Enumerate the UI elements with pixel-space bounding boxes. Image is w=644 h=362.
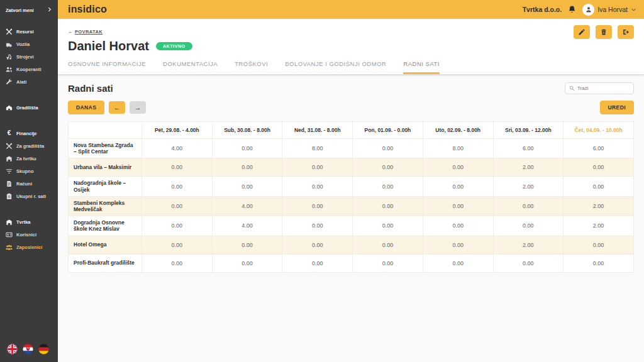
hours-cell: 0.00: [423, 177, 493, 196]
tab-dokumentacija[interactable]: DOKUMENTACIJA: [163, 60, 218, 74]
sidebar-item-resursi[interactable]: Resursi: [6, 25, 55, 38]
notifications-bell-icon[interactable]: [567, 5, 577, 14]
column-header-day: Sub, 30.08. - 8.00h: [212, 122, 282, 139]
sidebar-item-vozila[interactable]: Vozila: [6, 38, 55, 50]
header-actions: [574, 25, 634, 39]
hours-cell: 0.00: [282, 236, 353, 254]
sidebar-item-label: Kooperanti: [16, 67, 42, 72]
hours-cell: 0.00: [353, 236, 423, 254]
hours-cell: 8.00: [423, 139, 493, 158]
invoice-icon: [6, 180, 13, 187]
flag-uk-icon[interactable]: [7, 344, 18, 354]
tab-radni-sati[interactable]: RADNI SATI: [403, 60, 440, 74]
table-row-stambeni-kompleks-medve-ak: Stambeni Kompleks Medveščak0.004.000.000…: [69, 196, 634, 216]
tools-icon: [6, 143, 13, 150]
hours-cell: 0.00: [423, 216, 493, 236]
sidebar-item-label: Tvrtka: [16, 219, 31, 225]
back-arrow-icon: ←: [68, 29, 73, 35]
wrench-icon: [6, 79, 13, 85]
sidebar-item-ra-uni[interactable]: Računi: [6, 177, 55, 190]
sidebar-toggle[interactable]: Zatvori meni: [0, 0, 58, 19]
hours-cell: 0.00: [212, 236, 282, 254]
back-link-label: POVRATAK: [75, 29, 103, 35]
sidebar-item-label: Strojevi: [16, 54, 34, 60]
sidebar-item-ukupni-r-sati[interactable]: Ukupni r. sati: [6, 190, 55, 202]
sidebar-item-skupno[interactable]: Skupno: [6, 165, 55, 177]
site-name-cell: Profi-Baukraft gradilište: [69, 254, 142, 272]
hours-cell: 4.00: [142, 139, 213, 158]
hours-cell: 0.00: [423, 196, 493, 216]
language-switcher: [7, 344, 49, 354]
table-row-nadogradnja-kole-osijek: Nadogradnja škole – Osijek0.000.000.000.…: [69, 177, 634, 196]
flag-germany-icon[interactable]: [38, 344, 49, 354]
column-header-day: Pet, 29.08. - 4.00h: [142, 122, 213, 139]
edit-button[interactable]: [574, 25, 590, 39]
hours-cell: 0.00: [353, 177, 423, 196]
sidebar-item-alati[interactable]: Alati: [6, 75, 55, 88]
search-input[interactable]: [577, 85, 630, 91]
sidebar-item-kooperanti[interactable]: Kooperanti: [6, 63, 55, 75]
sidebar-item-za-gradili-ta[interactable]: Za gradilišta: [6, 140, 55, 152]
table-row-nova-stambena-zgrada-split-centar: Nova Stambena Zgrada – Split Centar4.000…: [69, 139, 634, 158]
hours-cell: 2.00: [564, 196, 634, 216]
sidebar-item-strojevi[interactable]: Strojevi: [6, 50, 55, 63]
user-menu[interactable]: Iva Horvat: [582, 4, 636, 16]
content-area: Radni sati DANAS ← → UREDI Pet, 29.08. -…: [58, 74, 644, 362]
user-avatar: [582, 4, 594, 16]
sidebar-item-label: Financije: [16, 131, 37, 136]
sidebar-item-financije[interactable]: €Financije: [6, 127, 55, 140]
hours-cell: 0.00: [564, 254, 634, 272]
table-row-hotel-omega: Hotel Omega0.000.000.000.000.002.000.00: [69, 236, 634, 254]
site-name-cell: Nadogradnja škole – Osijek: [69, 177, 142, 196]
tab-osnovne-informacije[interactable]: OSNOVNE INFORMACIJE: [68, 60, 146, 74]
construction-site-icon: [6, 104, 13, 111]
timesheet-icon: [6, 193, 13, 200]
hours-cell: 0.00: [282, 196, 353, 216]
table-row-profi-baukraft-gradili-te: Profi-Baukraft gradilište0.000.000.000.0…: [69, 254, 634, 272]
sidebar-item-gradili-ta[interactable]: Gradilišta: [6, 101, 55, 114]
filter-icon: [6, 168, 13, 175]
sidebar-item-label: Za tvrtku: [16, 156, 36, 162]
hours-cell: 4.00: [212, 216, 282, 236]
table-row-dogradnja-osnovne-kole-knez-mislav: Dogradnja Osnovne škole Knez Mislav0.004…: [69, 216, 634, 236]
today-button[interactable]: DANAS: [68, 101, 104, 114]
hours-cell: 0.00: [142, 158, 213, 177]
hours-cell: 6.00: [493, 139, 564, 158]
topbar: insidico Tvrtka d.o.o. Iva Horvat: [58, 0, 644, 19]
hours-cell: 0.00: [282, 158, 353, 177]
users-icon: [6, 231, 13, 238]
hours-cell: 0.00: [142, 254, 213, 272]
hours-cell: 0.00: [212, 158, 282, 177]
sidebar-group: €FinancijeZa gradilištaZa tvrtkuSkupnoRa…: [6, 127, 55, 202]
next-week-button[interactable]: →: [130, 101, 146, 114]
app-window: Zatvori meni ResursiVozilaStrojeviKooper…: [0, 0, 644, 362]
site-name-cell: Nova Stambena Zgrada – Split Centar: [69, 139, 142, 158]
table-header-row: Pet, 29.08. - 4.00hSub, 30.08. - 8.00hNe…: [69, 122, 634, 139]
hours-cell: 2.00: [493, 236, 564, 254]
edit-hours-button[interactable]: UREDI: [600, 101, 634, 114]
section-title: Radni sati: [68, 83, 113, 94]
hours-cell: 0.00: [423, 254, 493, 272]
logout-button[interactable]: [618, 25, 634, 39]
site-name-cell: Urbana vila – Maksimir: [69, 158, 142, 177]
flag-croatia-icon[interactable]: [23, 344, 33, 354]
hours-cell: 2.00: [493, 177, 564, 196]
tab-bolovanje-i-godi-nji-odmor[interactable]: BOLOVANJE I GODIŠNJI ODMOR: [285, 60, 386, 74]
site-name-cell: Dogradnja Osnovne škole Knez Mislav: [69, 216, 142, 236]
hours-cell: 0.00: [212, 254, 282, 272]
column-header-day: Sri, 03.09. - 12.00h: [493, 122, 564, 139]
sidebar-item-zaposlenici[interactable]: Zaposlenici: [6, 241, 55, 253]
column-header-day: Ned, 31.08. - 8.00h: [282, 122, 353, 139]
site-name-cell: Hotel Omega: [69, 236, 142, 254]
search-box: [565, 82, 634, 94]
delete-button[interactable]: [596, 25, 612, 39]
cooperants-icon: [6, 66, 13, 73]
previous-week-button[interactable]: ←: [109, 101, 125, 114]
tab-tro-kovi[interactable]: TROŠKOVI: [235, 60, 268, 74]
hours-cell: 0.00: [423, 158, 493, 177]
sidebar-item-za-tvrtku[interactable]: Za tvrtku: [6, 152, 55, 165]
column-header-day: Uto, 02.09. - 8.00h: [423, 122, 493, 139]
sidebar-item-korisnici[interactable]: Korisnici: [6, 228, 55, 241]
sidebar-item-tvrtka[interactable]: Tvrtka: [6, 216, 55, 228]
back-link[interactable]: ← POVRATAK: [68, 29, 103, 35]
